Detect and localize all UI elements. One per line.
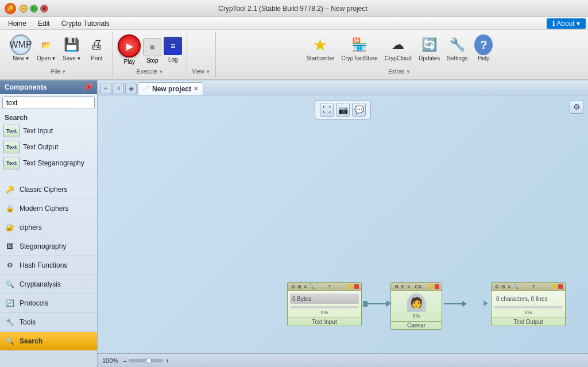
cloud-icon: ☁ xyxy=(389,36,407,54)
play-button[interactable]: Play xyxy=(118,34,141,65)
text-input-label: Text Input xyxy=(23,127,53,135)
steganography-label: Steganography xyxy=(20,242,66,250)
sidebar-item-search[interactable]: 🔍 Search xyxy=(0,332,97,351)
output-close-icon[interactable] xyxy=(558,284,563,289)
sidebar-item-modern-ciphers[interactable]: 🔒 Modern Ciphers xyxy=(0,199,97,218)
sidebar-item-protocols[interactable]: 🔄 Protocols xyxy=(0,294,97,313)
content-area: + ⏸ ◈ 📄 New project ✕ ⛶ 📷 💬 ⚙ xyxy=(98,80,588,367)
crypcloud-button[interactable]: ☁ CrypCloud xyxy=(382,34,414,63)
log-label: Log xyxy=(168,56,178,63)
startcenter-label: Startcenter xyxy=(306,55,334,61)
connector-input-caesar xyxy=(363,301,390,307)
zoom-minus-icon[interactable]: – xyxy=(123,357,126,364)
bytes-display: 0 Bytes xyxy=(290,293,359,304)
output-gear-icon[interactable]: ⚙ xyxy=(494,284,500,289)
text-input-node: ⚙ ⊞ ≡ 🔍 T... 0 Bytes xyxy=(287,282,362,326)
tab-nav-icon[interactable]: ⏸ xyxy=(113,83,124,94)
settings-button[interactable]: 🔧 Settings xyxy=(444,34,470,63)
component-text-output[interactable]: Text Text Output xyxy=(0,139,97,155)
window-controls[interactable]: – □ ✕ xyxy=(20,5,48,13)
print-button[interactable]: 🖨 Print xyxy=(85,34,108,63)
menu-edit[interactable]: Edit xyxy=(32,18,56,29)
play-icon xyxy=(118,34,141,57)
tab-close-button[interactable]: ✕ xyxy=(194,86,198,92)
caesar-progress-label: 0% xyxy=(412,313,420,319)
play-label: Play xyxy=(124,59,135,65)
about-button[interactable]: ℹ About ▾ xyxy=(547,18,586,29)
star-icon: ★ xyxy=(311,36,330,54)
zoom-plus-icon[interactable]: + xyxy=(165,357,169,364)
tab-new-project[interactable]: 📄 New project ✕ xyxy=(138,82,203,95)
title-bar-left: 🔑 – □ ✕ xyxy=(5,3,48,14)
screenshot-button[interactable]: 📷 xyxy=(336,103,350,117)
tools-icon: 🔧 xyxy=(3,316,16,329)
text-output-node-title: T... xyxy=(520,284,551,289)
zoom-control[interactable]: – + xyxy=(123,357,169,364)
canvas-settings-button[interactable]: ⚙ xyxy=(570,100,583,114)
text-steg-icon: Text xyxy=(3,157,20,169)
caesar-gear-icon[interactable]: ⚙ xyxy=(393,284,399,289)
cryptoolstore-button[interactable]: 🏪 CrypToolStore xyxy=(339,34,380,63)
help-icon: ? xyxy=(474,36,493,54)
zoom-slider[interactable] xyxy=(129,359,163,362)
caesar-list-icon[interactable]: ≡ xyxy=(406,284,412,289)
print-label: Print xyxy=(91,55,103,61)
output-progress-label: 0% xyxy=(494,310,563,315)
save-button[interactable]: 💾 Save ▾ xyxy=(60,34,83,63)
output-resize-icon[interactable]: ⊞ xyxy=(500,284,506,289)
stop-button[interactable]: Stop xyxy=(143,38,161,64)
node-window-controls xyxy=(349,284,359,289)
menu-home[interactable]: Home xyxy=(2,18,32,29)
text-input-node-header: ⚙ ⊞ ≡ 🔍 T... xyxy=(288,283,361,291)
comment-button[interactable]: 💬 xyxy=(352,103,366,117)
new-button[interactable]: WMP New ▾ xyxy=(9,34,32,63)
output-min-icon[interactable] xyxy=(552,284,557,289)
crypcloud-label: CrypCloud xyxy=(385,55,412,61)
node-minimize-icon[interactable] xyxy=(349,284,353,289)
zoom-thumb[interactable] xyxy=(146,358,152,364)
text-output-node-header: ⚙ ⊞ ≡ 🔍 T... xyxy=(492,283,565,291)
node-search-icon[interactable]: 🔍 xyxy=(309,284,315,289)
execute-buttons: Play Stop ≡ Log xyxy=(118,32,182,65)
component-text-input[interactable]: Text Text Input xyxy=(0,123,97,139)
tab-nav-left[interactable]: + xyxy=(100,83,111,94)
updates-button[interactable]: 🔄 Updates xyxy=(416,34,442,63)
node-gear-icon[interactable]: ⚙ xyxy=(290,284,296,289)
sidebar-pin-icon[interactable]: 📌 xyxy=(83,83,92,92)
caesar-left-connector xyxy=(387,300,392,306)
sidebar-item-steganography[interactable]: 🖼 Steganography xyxy=(0,237,97,256)
maximize-button[interactable]: □ xyxy=(30,5,38,13)
caesar-close-icon[interactable] xyxy=(435,284,439,289)
sidebar-item-hash-functions[interactable]: ⚙ Hash Functions xyxy=(0,256,97,275)
minimize-button[interactable]: – xyxy=(20,5,28,13)
close-button[interactable]: ✕ xyxy=(40,5,48,13)
sidebar-item-ciphers[interactable]: 🔐 ciphers xyxy=(0,218,97,237)
help-button[interactable]: ? Help xyxy=(472,34,495,63)
expand-canvas-button[interactable]: ⛶ xyxy=(320,103,334,117)
steganography-icon: 🖼 xyxy=(3,240,16,253)
caesar-resize-icon[interactable]: ⊞ xyxy=(400,284,405,289)
ciphers-icon: 🔐 xyxy=(3,221,16,234)
node-list-icon[interactable]: ≡ xyxy=(303,284,308,289)
arrow-line-2 xyxy=(444,303,462,304)
log-button[interactable]: ≡ Log xyxy=(164,37,182,63)
sidebar-item-cryptanalysis[interactable]: 🔍 Cryptanalysis xyxy=(0,275,97,294)
component-search-input[interactable] xyxy=(2,96,95,109)
component-text-steganography[interactable]: Text Text Steganography xyxy=(0,155,97,171)
output-list-icon[interactable]: ≡ xyxy=(506,284,512,289)
tab-bar: + ⏸ ◈ 📄 New project ✕ xyxy=(98,80,588,95)
output-search-icon[interactable]: 🔍 xyxy=(513,284,519,289)
node-close-icon[interactable] xyxy=(354,284,359,289)
execute-label-text: Execute xyxy=(137,68,157,75)
sidebar-item-tools[interactable]: 🔧 Tools xyxy=(0,313,97,332)
settings-label: Settings xyxy=(447,55,467,61)
startcenter-button[interactable]: ★ Startcenter xyxy=(304,34,336,63)
caesar-min-icon[interactable] xyxy=(429,284,434,289)
hash-functions-label: Hash Functions xyxy=(20,261,67,269)
cryptanalysis-icon: 🔍 xyxy=(3,278,16,291)
open-button[interactable]: 📂 Open ▾ xyxy=(34,34,57,63)
sidebar-item-classic-ciphers[interactable]: 🔑 Classic Ciphers xyxy=(0,180,97,199)
tab-nav-filter[interactable]: ◈ xyxy=(125,83,137,94)
menu-crypto-tutorials[interactable]: Crypto Tutorials xyxy=(56,18,115,29)
node-resize-icon[interactable]: ⊞ xyxy=(296,284,302,289)
